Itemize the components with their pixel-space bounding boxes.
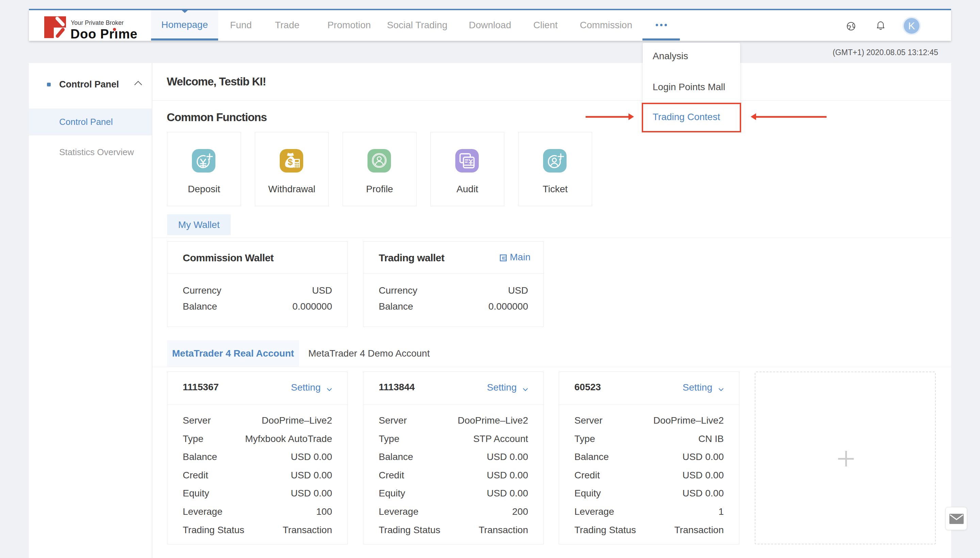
svg-text:$: $ — [288, 157, 293, 167]
